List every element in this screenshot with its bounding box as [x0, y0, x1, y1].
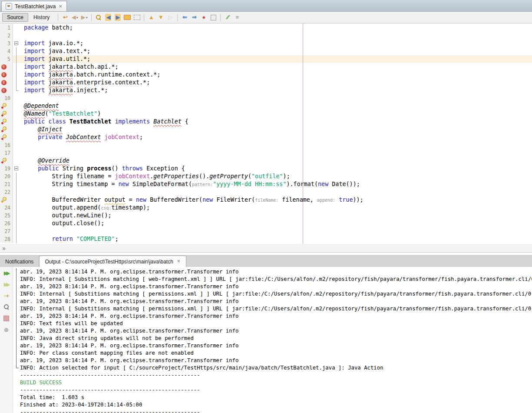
gutter-cell: 16	[0, 141, 13, 149]
code-line[interactable]: 26 output.close();	[0, 220, 532, 227]
rectangular-selection-icon[interactable]	[132, 13, 141, 22]
code-line[interactable]: 2	[0, 32, 532, 40]
code-line[interactable]: public class TestBatchlet implements Bat…	[0, 118, 532, 126]
hint-bulb-error-icon[interactable]	[1, 119, 7, 125]
code-line[interactable]: import jakarta.enterprise.context.*;	[0, 79, 532, 87]
output-text-area[interactable]: abr. 19, 2023 8:14:14 P. M. org.eclipse.…	[13, 267, 532, 413]
fold-guide	[13, 87, 20, 94]
search-output-button[interactable]	[2, 303, 11, 311]
toggle-highlight-search-icon[interactable]	[123, 13, 132, 22]
error-badge-icon[interactable]	[1, 80, 7, 85]
code-line[interactable]: 4import java.text.*;	[0, 47, 532, 55]
toggle-bookmark-icon[interactable]: ▷	[166, 13, 175, 22]
build-options-button[interactable]: ⊛	[2, 326, 11, 333]
shift-line-right-icon[interactable]: ⇒	[190, 13, 198, 22]
hint-bulb-error-icon[interactable]	[1, 103, 7, 109]
code-line[interactable]: BufferedWriter output = new BufferedWrit…	[0, 196, 532, 204]
code-line[interactable]: 10	[0, 94, 532, 102]
hint-bulb-error-icon[interactable]	[1, 158, 7, 164]
code-line[interactable]: 22	[0, 188, 532, 196]
dropdown-arrow-icon[interactable]: ▾	[86, 16, 88, 20]
output-fold-bracket	[13, 320, 20, 327]
last-edit-icon[interactable]: ↩	[61, 13, 69, 22]
code-line[interactable]: 3import java.io.*;	[0, 40, 532, 47]
code-line[interactable]: 24 output.append(csq:timestamp);	[0, 204, 532, 212]
fold-guide	[13, 118, 20, 126]
icon-glyph: ●	[202, 14, 205, 21]
code-text	[20, 149, 532, 157]
code-line[interactable]: 5import java.util.*;	[0, 55, 532, 63]
code-line[interactable]: @Override	[0, 157, 532, 165]
find-previous-occurrence-icon[interactable]: ◀	[104, 13, 112, 22]
magnifier-glyph	[3, 304, 10, 310]
code-line[interactable]: 21 String timestamp = new SimpleDateForm…	[0, 180, 532, 188]
output-line-text: INFO: Java direct string updates will no…	[20, 335, 194, 342]
forward-icon[interactable]: ▶▾	[80, 13, 89, 22]
rerun-with-different-parameters-button[interactable]: ▶▶	[2, 280, 11, 288]
code-line[interactable]: @Named("TestBatchlet")	[0, 110, 532, 118]
collapse-box-icon[interactable]	[14, 41, 18, 45]
hint-bulb-error-icon[interactable]	[1, 127, 7, 133]
code-text: import jakarta.inject.*;	[20, 87, 532, 94]
code-line[interactable]: 27	[0, 227, 532, 235]
code-line[interactable]: 1package batch;	[0, 24, 532, 32]
start-macro-recording-icon[interactable]: ●	[199, 13, 208, 22]
icon-glyph: ◀	[105, 14, 111, 21]
code-line[interactable]: 19 public String process() throws Except…	[0, 165, 532, 173]
previous-bookmark-icon[interactable]: ▲	[147, 13, 155, 22]
code-text	[20, 94, 532, 102]
history-view-button[interactable]: History	[29, 13, 54, 21]
code-editor[interactable]: 1package batch;23import java.io.*;4impor…	[0, 23, 532, 244]
tab-close-icon[interactable]: ×	[59, 3, 63, 9]
gutter-cell: 1	[0, 24, 13, 32]
collapse-box-icon[interactable]	[14, 167, 18, 170]
output-tab-close-icon[interactable]: ×	[177, 259, 181, 264]
hint-bulb-error-icon[interactable]	[1, 134, 7, 140]
hint-bulb-warning-icon[interactable]	[1, 197, 7, 203]
code-line[interactable]: @Inject	[0, 126, 532, 133]
error-badge-icon[interactable]	[1, 72, 7, 77]
fold-toggle[interactable]	[13, 165, 20, 173]
fold-guide	[13, 79, 20, 87]
code-line[interactable]: 20 String filename = jobContext.getPrope…	[0, 173, 532, 180]
comment-icon[interactable]: ∕∕	[223, 13, 232, 22]
output-line: ----------------------------------------…	[13, 386, 532, 394]
source-view-button[interactable]: Source	[2, 13, 28, 22]
fold-guide	[13, 110, 20, 118]
code-line[interactable]: 28 return "COMPLETED";	[0, 235, 532, 243]
find-selection-icon[interactable]	[94, 13, 103, 22]
code-line[interactable]: import jakarta.batch.runtime.context.*;	[0, 71, 532, 79]
output-line: Finished at: 2023-04-19T20:14:14-05:00	[13, 401, 532, 409]
icon-glyph: ▲	[149, 14, 154, 21]
back-icon[interactable]: ◀▾	[70, 13, 79, 22]
stop-macro-recording-icon[interactable]	[209, 13, 218, 22]
editor-tab[interactable]: TestBatchlet.java ×	[1, 1, 67, 11]
find-next-occurrence-icon[interactable]: ▶	[113, 13, 122, 22]
stop-build-button[interactable]	[2, 314, 11, 322]
hint-bulb-error-icon[interactable]	[1, 111, 7, 117]
breadcrumb-bar: »	[0, 244, 532, 253]
uncomment-icon[interactable]: ≡	[233, 13, 241, 22]
error-badge-icon[interactable]	[1, 88, 7, 93]
error-badge-icon[interactable]	[1, 64, 7, 70]
shift-line-left-icon[interactable]: ⇐	[180, 13, 189, 22]
next-bookmark-icon[interactable]: ▼	[156, 13, 165, 22]
rerun-build-button[interactable]: ▶▶	[2, 269, 11, 277]
code-line[interactable]: 25 output.newLine();	[0, 212, 532, 220]
code-text: public String process() throws Exception…	[20, 165, 532, 173]
code-line[interactable]: 17	[0, 149, 532, 157]
code-line[interactable]: import jakarta.inject.*;	[0, 87, 532, 94]
output-line-text: abr. 19, 2023 8:14:14 P. M. org.eclipse.…	[20, 357, 238, 364]
code-line[interactable]: @Dependent	[0, 102, 532, 110]
dropdown-arrow-icon[interactable]: ▾	[76, 16, 78, 20]
breadcrumb-expand-icon[interactable]: »	[2, 245, 6, 252]
fold-guide	[13, 188, 20, 196]
code-line[interactable]: import jakarta.batch.api.*;	[0, 63, 532, 71]
fold-toggle[interactable]	[13, 40, 20, 47]
code-line[interactable]: private JobContext jobContext;	[0, 133, 532, 141]
run-arrow-icon[interactable]: ➝	[2, 292, 11, 300]
tab-notifications[interactable]: Notifications	[0, 256, 39, 267]
code-line[interactable]: 16	[0, 141, 532, 149]
tab-output[interactable]: Output - C:\sourceProject\TestHttps\src\…	[39, 256, 186, 267]
output-line: abr. 19, 2023 8:14:14 P. M. org.eclipse.…	[13, 342, 532, 350]
